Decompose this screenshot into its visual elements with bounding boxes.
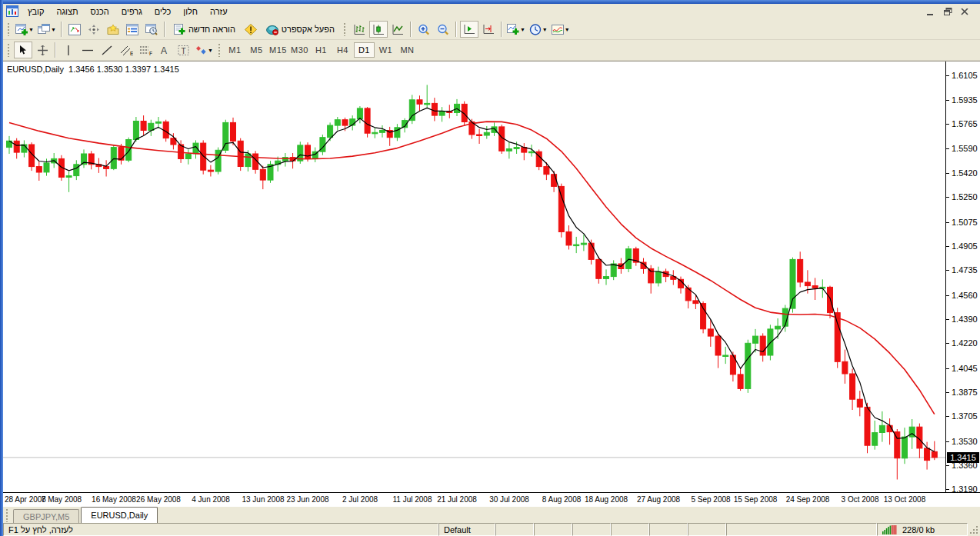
- status-help-text: לעזרה, לחץ על F1: [3, 523, 438, 536]
- fibonacci-button[interactable]: F: [136, 42, 155, 58]
- timeframe-M5[interactable]: M5: [246, 42, 267, 58]
- toolbar-grip[interactable]: [7, 22, 11, 36]
- menu-item-קובץ[interactable]: קובץ: [22, 5, 50, 18]
- y-tick-label: 1.3530: [952, 437, 978, 446]
- menu-item-תצוגה[interactable]: תצוגה: [50, 5, 84, 18]
- menu-item-עזרה[interactable]: עזרה: [204, 5, 233, 18]
- timeframe-W1[interactable]: W1: [375, 42, 396, 58]
- horizontal-line-button[interactable]: [78, 42, 97, 58]
- y-tick-mark: [946, 100, 949, 101]
- standard-toolbar: ▼ ▼ הוראה חדשה: [3, 19, 980, 40]
- timeframe-M1[interactable]: M1: [225, 42, 245, 58]
- x-tick-label: 11 Jul 2008: [393, 495, 432, 504]
- strategy-tester-icon: [145, 24, 158, 35]
- periods-button[interactable]: ▼: [528, 21, 549, 38]
- y-tick-label: 1.5075: [952, 218, 978, 227]
- menu-item-כלים[interactable]: כלים: [148, 5, 177, 18]
- y-tick-mark: [946, 465, 949, 466]
- profiles-button[interactable]: ▼: [36, 21, 58, 38]
- toolbar-separator: [164, 22, 165, 37]
- toolbar-separator: [455, 22, 457, 37]
- zoom-in-button[interactable]: [415, 21, 433, 38]
- crosshair-button[interactable]: [33, 42, 52, 58]
- vertical-line-icon: [63, 45, 74, 56]
- toolbar-grip[interactable]: [7, 43, 11, 57]
- candlestick-chart-icon: [372, 24, 385, 35]
- toolbar-separator: [501, 22, 502, 37]
- arrows-button[interactable]: ▼: [194, 42, 215, 58]
- y-tick-label: 1.4560: [952, 291, 978, 300]
- timeframe-H4[interactable]: H4: [332, 42, 353, 58]
- x-tick-label: 13 Oct 2008: [884, 495, 925, 504]
- svg-text:F: F: [149, 51, 152, 56]
- horizontal-line-icon: [82, 45, 94, 56]
- indicators-button[interactable]: ▼: [505, 21, 527, 38]
- chart-window: EURUSD,Daily 1.3456 1.3530 1.3397 1.3415…: [3, 61, 980, 506]
- x-tick-label: 4 Jun 2008: [192, 495, 230, 504]
- run-expert-button[interactable]: הפעל אקספרט: [261, 21, 340, 38]
- timeframe-M15[interactable]: M15: [268, 42, 288, 58]
- menu-item-חלון[interactable]: חלון: [177, 5, 204, 18]
- market-watch-icon: [68, 24, 81, 35]
- strategy-tester-button[interactable]: [142, 21, 161, 38]
- navigator-button[interactable]: [85, 21, 103, 38]
- terminal-button[interactable]: [123, 21, 142, 38]
- new-chart-button[interactable]: ▼: [14, 21, 35, 38]
- equidistant-channel-icon: E: [120, 45, 133, 56]
- chart-tab-gbpjpy[interactable]: GBPJPY,M5: [13, 509, 79, 523]
- restore-button[interactable]: [940, 6, 955, 18]
- timeframe-H1[interactable]: H1: [311, 42, 332, 58]
- chart-shift-button[interactable]: [479, 21, 498, 38]
- close-button[interactable]: [957, 6, 972, 18]
- status-pane-empty: [726, 523, 877, 536]
- x-tick-label: 18 Aug 2008: [585, 495, 628, 504]
- bar-chart-icon: [353, 24, 365, 35]
- date-axis[interactable]: 28 Apr 20087 May 200816 May 200826 May 2…: [3, 492, 980, 506]
- y-tick-mark: [946, 416, 949, 417]
- minimize-button[interactable]: [923, 6, 938, 18]
- trend-line-button[interactable]: [98, 42, 116, 58]
- bar-chart-button[interactable]: [350, 21, 368, 38]
- menu-item-גרפים[interactable]: גרפים: [115, 5, 148, 18]
- window-left-border: [0, 0, 3, 536]
- market-watch-button[interactable]: [65, 21, 84, 38]
- crosshair-icon: [37, 45, 48, 56]
- expert-properties-button[interactable]: [242, 21, 260, 38]
- timeframe-M30[interactable]: M30: [289, 42, 310, 58]
- status-bar: לעזרה, לחץ על F1 Default 228/0 kb: [3, 523, 980, 536]
- timeframe-D1[interactable]: D1: [354, 42, 375, 58]
- tabbar-grip[interactable]: [5, 508, 9, 522]
- text-button[interactable]: A: [155, 42, 174, 58]
- y-tick-mark: [946, 295, 949, 296]
- line-chart-button[interactable]: [388, 21, 407, 38]
- svg-text:E: E: [130, 51, 133, 56]
- toolbar-grip[interactable]: [218, 43, 222, 57]
- candlestick-chart-button[interactable]: [369, 21, 388, 38]
- auto-scroll-button[interactable]: [460, 21, 478, 38]
- equidistant-channel-button[interactable]: E: [117, 42, 135, 58]
- favorites-button[interactable]: [104, 21, 122, 38]
- dropdown-caret-icon: ▼: [565, 27, 570, 32]
- menu-item-הכנס[interactable]: הכנס: [85, 5, 115, 18]
- zoom-out-button[interactable]: [434, 21, 452, 38]
- price-axis[interactable]: 1.3415 1.61051.59351.57651.55901.54201.5…: [945, 62, 980, 492]
- resize-grip[interactable]: [968, 523, 980, 536]
- timeframe-MN[interactable]: MN: [397, 42, 418, 58]
- cursor-button[interactable]: [14, 42, 32, 58]
- text-label-button[interactable]: T: [175, 42, 193, 58]
- current-price-badge: 1.3415: [947, 452, 979, 463]
- y-tick-mark: [946, 173, 949, 174]
- chart-tab-eurusd[interactable]: EURUSD,Daily: [81, 507, 158, 523]
- new-order-button[interactable]: הוראה חדשה: [168, 21, 241, 38]
- chart-plot[interactable]: [3, 62, 945, 493]
- x-tick-label: 16 May 2008: [92, 495, 136, 504]
- y-tick-mark: [946, 368, 949, 369]
- chart-child-window-icon: [6, 5, 18, 18]
- run-expert-label: הפעל אקספרט: [282, 25, 335, 34]
- templates-button[interactable]: ▼: [550, 21, 572, 38]
- run-expert-icon: [266, 24, 278, 35]
- vertical-line-button[interactable]: [59, 42, 78, 58]
- terminal-icon: [126, 24, 138, 35]
- toolbar-grip[interactable]: [343, 22, 347, 36]
- y-tick-mark: [946, 270, 949, 271]
